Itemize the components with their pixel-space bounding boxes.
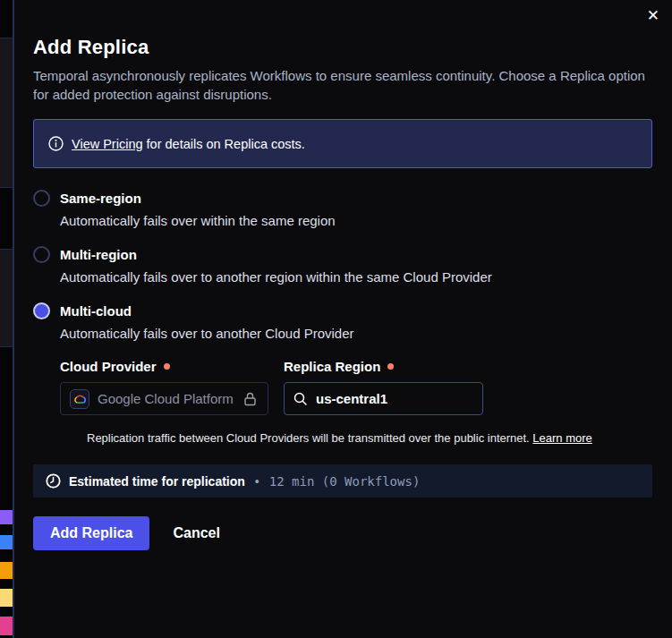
- backdrop-panel: [0, 38, 13, 188]
- view-pricing-link[interactable]: View Pricing: [72, 137, 143, 151]
- replica-region-field[interactable]: [284, 382, 483, 415]
- estimate-separator: •: [255, 474, 259, 489]
- gcp-logo-icon: [70, 389, 89, 409]
- radio-multi-cloud[interactable]: Multi-cloud: [33, 302, 652, 319]
- required-dot-icon: [387, 363, 394, 370]
- option-label: Same-region: [60, 191, 141, 206]
- option-same-region: Same-region Automatically fails over wit…: [33, 190, 652, 228]
- backdrop-stripe: [0, 510, 13, 524]
- cancel-button[interactable]: Cancel: [173, 525, 219, 541]
- option-description: Automatically fails over to another regi…: [60, 269, 652, 285]
- option-description: Automatically fails over to another Clou…: [60, 326, 652, 341]
- option-label: Multi-cloud: [60, 303, 132, 319]
- lock-icon: [243, 392, 257, 406]
- estimate-label: Estimated time for replication: [69, 474, 245, 489]
- traffic-note: Replication traffic between Cloud Provid…: [87, 431, 652, 445]
- pricing-banner-text: View Pricing for details on Replica cost…: [72, 137, 305, 151]
- learn-more-link[interactable]: Learn more: [532, 431, 591, 445]
- cloud-provider-value: Google Cloud Platform: [98, 391, 234, 406]
- option-multi-cloud: Multi-cloud Automatically fails over to …: [33, 302, 652, 445]
- clock-icon: [46, 473, 61, 489]
- replica-options: Same-region Automatically fails over wit…: [33, 190, 652, 445]
- cloud-provider-select[interactable]: Google Cloud Platform: [60, 382, 268, 415]
- cloud-provider-label: Cloud Provider: [60, 359, 284, 374]
- pricing-banner: View Pricing for details on Replica cost…: [33, 119, 652, 168]
- backdrop-stripe: [0, 617, 13, 635]
- replica-region-input[interactable]: [316, 391, 459, 406]
- close-icon[interactable]: ✕: [647, 8, 659, 23]
- replica-region-label: Replica Region: [284, 359, 394, 374]
- radio-circle-icon[interactable]: [33, 246, 50, 263]
- radio-same-region[interactable]: Same-region: [33, 190, 652, 207]
- info-icon: [48, 136, 64, 151]
- modal-title: Add Replica: [33, 36, 652, 59]
- estimate-banner: Estimated time for replication • 12 min …: [33, 464, 652, 498]
- search-icon: [293, 392, 308, 406]
- option-multi-region: Multi-region Automatically fails over to…: [33, 246, 652, 285]
- option-label: Multi-region: [60, 247, 137, 262]
- backdrop-stripe: [0, 535, 13, 549]
- underlying-page-edge: [0, 0, 13, 638]
- radio-circle-selected-icon[interactable]: [33, 302, 50, 319]
- backdrop-panel: [0, 249, 13, 347]
- modal-description: Temporal asynchronously replicates Workf…: [33, 66, 652, 104]
- required-dot-icon: [164, 363, 170, 370]
- add-replica-button[interactable]: Add Replica: [33, 516, 149, 550]
- multi-cloud-form: Cloud Provider Replica Region: [60, 359, 652, 445]
- radio-multi-region[interactable]: Multi-region: [33, 246, 652, 263]
- option-description: Automatically fails over within the same…: [60, 213, 652, 228]
- estimate-value: 12 min (0 Workflows): [269, 474, 421, 489]
- backdrop-stripe: [0, 589, 13, 607]
- radio-circle-icon[interactable]: [33, 190, 50, 207]
- backdrop-stripe: [0, 562, 13, 579]
- modal-actions: Add Replica Cancel: [33, 516, 652, 550]
- add-replica-modal: ✕ Add Replica Temporal asynchronously re…: [14, 0, 672, 638]
